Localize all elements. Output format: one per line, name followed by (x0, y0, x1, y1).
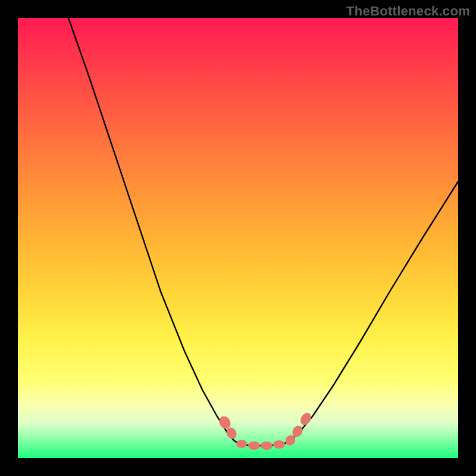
chart-svg (18, 18, 458, 458)
curve-right (289, 181, 458, 442)
curve-marker (273, 440, 285, 449)
curve-marker (261, 441, 273, 450)
chart-area (18, 18, 458, 458)
marker-group (217, 411, 314, 450)
curve-marker (248, 441, 260, 450)
curve-left (68, 18, 238, 443)
watermark-text: TheBottleneck.com (346, 4, 470, 19)
curve-marker (236, 440, 247, 448)
